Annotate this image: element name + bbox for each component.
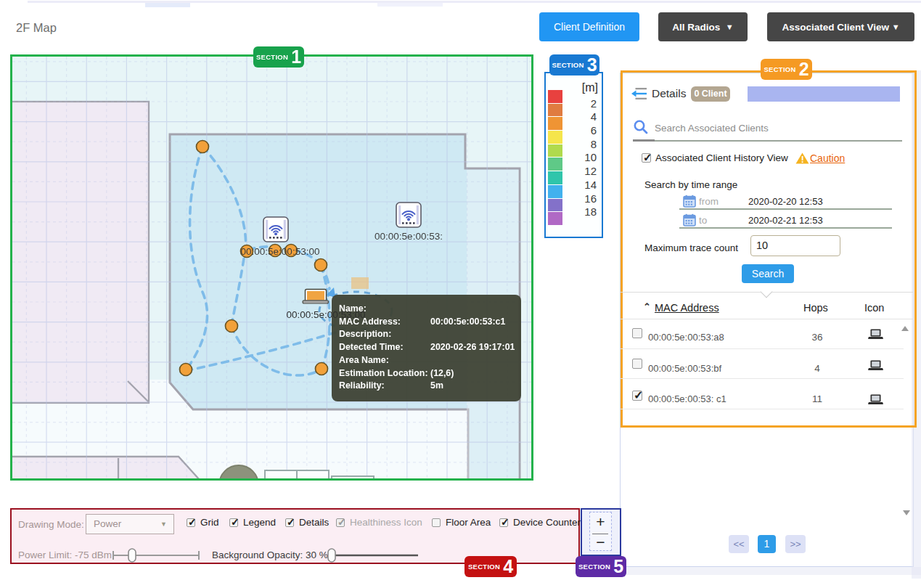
svg-text:00:00:5e:00:53:00: 00:00:5e:00:53:00: [241, 246, 320, 257]
svg-text:00:00:5e:00:53:: 00:00:5e:00:53:: [374, 231, 443, 242]
